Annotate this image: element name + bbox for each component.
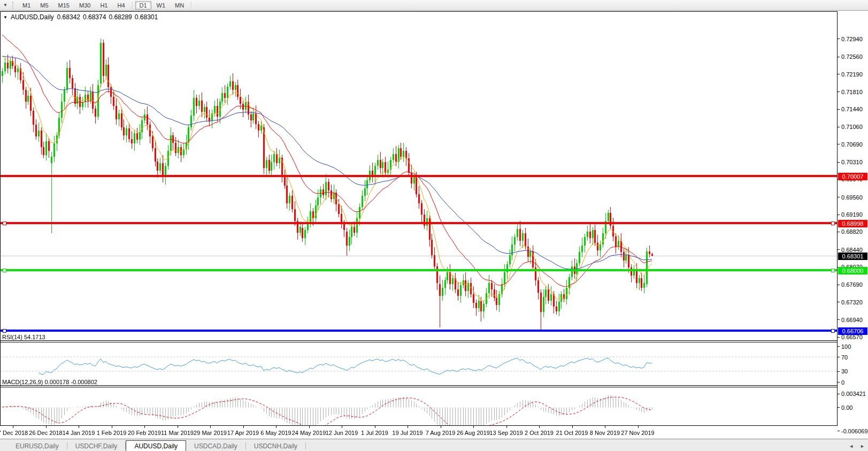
- tab-separator: [305, 442, 306, 449]
- price-tick: [838, 197, 840, 197]
- rsi-label: RSI(14) 54.1713: [2, 334, 45, 340]
- price-tick-label: 0.71060: [841, 124, 863, 130]
- price-tick: [838, 319, 840, 320]
- date-tick: [605, 426, 605, 428]
- price-tick-label: 0.67320: [841, 299, 863, 305]
- chart-tab-EURUSD[interactable]: EURUSD,Daily: [7, 441, 67, 451]
- chart-tab-USDCHF[interactable]: USDCHF,Daily: [67, 441, 126, 451]
- timeframe-button-H1[interactable]: H1: [96, 1, 112, 10]
- timeframe-toolbar: ▼ M1M5M15M30H1H4D1W1MN: [0, 0, 868, 11]
- macd-label: MACD(12,26,9) 0.000178 -0.000802: [2, 379, 97, 385]
- date-label: 26 Dec 2018: [29, 430, 62, 436]
- window-left-border: [0, 11, 1, 439]
- date-tick: [112, 426, 112, 428]
- macd-tick: [838, 394, 840, 394]
- price-tag-0.68998: 0.68998: [838, 220, 867, 227]
- tabs-scroll-right-icon[interactable]: ►: [860, 444, 865, 449]
- timeframe-buttons: M1M5M15M30H1H4D1W1MN: [18, 1, 194, 10]
- date-label: 27 Nov 2019: [621, 430, 654, 436]
- date-label: 26 Aug 2019: [457, 430, 490, 436]
- date-tick: [210, 426, 211, 428]
- chart-tab-USDCAD[interactable]: USDCAD,Daily: [186, 441, 245, 451]
- date-label: 21 Oct 2019: [556, 430, 588, 436]
- chart-title: ▼ AUDUSD,Daily 0.68342 0.68374 0.68289 0…: [3, 13, 158, 21]
- chart-window: ▼ AUDUSD,Daily 0.68342 0.68374 0.68289 0…: [0, 11, 868, 439]
- date-label: 7 Dec 2018: [0, 430, 28, 436]
- date-tick: [539, 426, 540, 428]
- low-value: 0.68289: [109, 13, 132, 21]
- price-tick: [838, 74, 840, 74]
- timeframe-button-MN[interactable]: MN: [171, 1, 188, 10]
- date-label: 13 Sep 2019: [489, 430, 523, 436]
- date-label: 1 Feb 2019: [97, 430, 127, 436]
- date-label: 19 Jul 2019: [393, 430, 423, 436]
- timeframe-button-D1[interactable]: D1: [135, 1, 151, 10]
- price-tick-label: 0.72940: [841, 36, 863, 42]
- timeframe-button-M30[interactable]: M30: [75, 1, 95, 10]
- rsi-tick-label: 0: [841, 379, 844, 386]
- price-tick-label: 0.71440: [841, 106, 863, 112]
- price-tick: [838, 57, 840, 57]
- timeframe-button-H4[interactable]: H4: [113, 1, 129, 10]
- date-tick: [276, 426, 276, 428]
- price-tag-0.70007: 0.70007: [838, 173, 867, 180]
- chart-symbol-label: AUDUSD,Daily: [11, 13, 54, 21]
- date-label: 8 Nov 2019: [590, 430, 620, 436]
- macd-tick: [838, 407, 840, 408]
- tabs-scroll-left-icon[interactable]: ◄: [849, 444, 854, 449]
- price-tick-label: 0.66570: [841, 334, 863, 340]
- price-tick-label: 0.68440: [841, 247, 863, 253]
- main-rsi-divider[interactable]: [0, 340, 837, 341]
- price-tick: [838, 127, 840, 127]
- date-label: 12 Jun 2019: [326, 430, 358, 436]
- main-price-chart[interactable]: [0, 22, 837, 340]
- price-tick: [838, 232, 840, 232]
- price-tag-0.66706: 0.66706: [838, 327, 867, 335]
- chart-tab-AUDUSD[interactable]: AUDUSD,Daily: [126, 440, 186, 451]
- date-tick: [342, 426, 342, 428]
- price-tick-label: 0.69560: [841, 194, 863, 201]
- price-tag-0.68301: 0.68301: [838, 253, 867, 260]
- date-tick: [46, 426, 47, 428]
- toolbar-dropdown-icon[interactable]: ▼: [0, 1, 11, 10]
- close-value: 0.68301: [135, 13, 158, 21]
- rsi-macd-divider[interactable]: [0, 385, 837, 386]
- date-label: 20 Feb 2019: [128, 430, 161, 436]
- collapse-chart-icon[interactable]: ▼: [3, 15, 7, 20]
- timeframe-button-M1[interactable]: M1: [18, 1, 35, 10]
- open-value: 0.68342: [57, 13, 80, 21]
- date-tick: [79, 426, 79, 428]
- date-label: 29 Mar 2019: [194, 430, 227, 436]
- main-rsi-divider2: [0, 342, 837, 342]
- rsi-tick: [838, 357, 840, 357]
- timeframe-button-M15[interactable]: M15: [54, 1, 74, 10]
- price-tick-label: 0.70690: [841, 141, 863, 148]
- date-tick: [506, 426, 507, 428]
- rsi-tick-label: 30: [841, 368, 848, 374]
- date-label: 24 May 2019: [292, 430, 326, 436]
- price-tick: [838, 162, 840, 163]
- high-value: 0.68374: [83, 13, 106, 21]
- price-axis[interactable]: 0.729400.725600.721900.718100.714400.710…: [837, 11, 868, 426]
- date-tick: [375, 426, 375, 428]
- time-axis[interactable]: 7 Dec 201826 Dec 201814 Jan 20191 Feb 20…: [0, 426, 837, 439]
- date-tick: [144, 426, 145, 428]
- macd-tick: [838, 431, 840, 431]
- rsi-tick: [838, 371, 840, 372]
- terminal-screen: ▼ M1M5M15M30H1H4D1W1MN ▼ AUDUSD,Daily 0.…: [0, 0, 868, 451]
- timeframe-button-W1[interactable]: W1: [152, 1, 170, 10]
- price-tick: [838, 144, 840, 144]
- date-label: 7 Aug 2019: [426, 430, 456, 436]
- date-tick: [178, 426, 178, 428]
- price-tick: [838, 91, 840, 92]
- timeframe-button-M5[interactable]: M5: [36, 1, 52, 10]
- date-label: 14 Jan 2019: [63, 430, 95, 436]
- price-tick-label: 0.72560: [841, 53, 863, 60]
- chart-tab-USDCNH[interactable]: USDCNH,Daily: [246, 441, 305, 451]
- window-top-border: [0, 11, 837, 12]
- rsi-indicator-chart[interactable]: [0, 342, 837, 385]
- price-tick-label: 0.66940: [841, 317, 863, 323]
- toolbar-separator: [191, 2, 191, 9]
- date-tick: [473, 426, 474, 428]
- rsi-tick: [838, 382, 840, 383]
